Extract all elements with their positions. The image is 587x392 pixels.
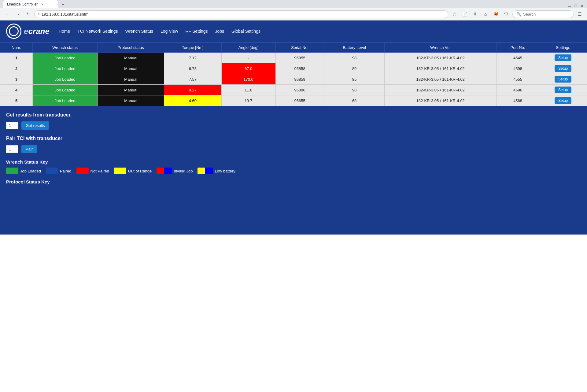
table-header-row: Num. Wrench status Protocol status Torqu… bbox=[0, 43, 587, 53]
cell-battery-1: 98 bbox=[324, 53, 385, 63]
nav-rf-settings[interactable]: RF Settings bbox=[185, 29, 208, 34]
key-label-invalid-job: Invalid Job bbox=[174, 169, 193, 173]
cell-serial-2: 96858 bbox=[275, 63, 324, 74]
shield-button[interactable]: 🛡 bbox=[502, 10, 511, 18]
refresh-button[interactable]: ↻ bbox=[24, 10, 32, 18]
nav-log-view[interactable]: Log View bbox=[161, 29, 178, 34]
table-section: Num. Wrench status Protocol status Torqu… bbox=[0, 43, 587, 106]
setup-button-4[interactable]: Setup bbox=[555, 87, 571, 93]
key-label-not-paired: Not Paired bbox=[90, 169, 109, 173]
setup-button-3[interactable]: Setup bbox=[555, 76, 571, 83]
cell-num-5: 5 bbox=[0, 95, 33, 106]
setup-button-5[interactable]: Setup bbox=[555, 97, 571, 104]
cell-port-1: 4545 bbox=[497, 53, 539, 63]
cell-num-1: 1 bbox=[0, 53, 33, 63]
cell-serial-1: 96855 bbox=[275, 53, 324, 63]
col-wrench-ver: Wrench Ver bbox=[385, 43, 497, 53]
protocol-status-key: Protocol Status Key bbox=[6, 179, 581, 184]
cell-battery-4: 98 bbox=[324, 85, 385, 95]
fx-button[interactable]: 🦊 bbox=[492, 10, 500, 18]
logo-inner-circle bbox=[9, 26, 19, 36]
nav-global-settings[interactable]: Global Settings bbox=[231, 29, 260, 34]
cell-wrenchver-5: 182-KR-3.05 / 161-KR-4.02 bbox=[385, 95, 497, 106]
bookmark-page-button[interactable]: 📄 bbox=[460, 10, 469, 18]
key-swatch-job-loaded bbox=[6, 168, 18, 174]
status-key-items: Job Loaded Paired Not Paired Out of Rang… bbox=[6, 168, 581, 174]
cell-protocol-status-4: Manual bbox=[98, 85, 164, 95]
cell-torque-2: 6.73 bbox=[164, 63, 221, 74]
tab-close-button[interactable]: ✕ bbox=[40, 2, 44, 6]
cell-angle-3: 170.0 bbox=[221, 74, 275, 85]
cell-settings-2: Setup bbox=[539, 63, 587, 74]
get-results-button[interactable]: Get results bbox=[21, 121, 49, 130]
tab-bar: Lineside Controller ✕ + — ❐ ✕ bbox=[0, 0, 587, 8]
cell-angle-2: 67.0 bbox=[221, 63, 275, 74]
download-button[interactable]: ⬇ bbox=[471, 10, 479, 18]
cell-num-4: 4 bbox=[0, 85, 33, 95]
window-controls: — ❐ ✕ bbox=[567, 4, 584, 8]
restore-button[interactable]: ❐ bbox=[574, 4, 578, 8]
key-swatch-out-of-range bbox=[114, 168, 126, 174]
col-port: Port No. bbox=[497, 43, 539, 53]
transducer-number-input[interactable] bbox=[6, 122, 18, 129]
logo-icon bbox=[6, 24, 21, 39]
menu-button[interactable]: ☰ bbox=[575, 10, 584, 18]
home-browser-button[interactable]: ⌂ bbox=[481, 10, 490, 18]
nav-links: Home TCI Network Settings Wrench Status … bbox=[59, 29, 260, 34]
cell-angle-5: 19.7 bbox=[221, 95, 275, 106]
cell-torque-4: 9.27 bbox=[164, 85, 221, 95]
url-input[interactable] bbox=[42, 12, 444, 17]
pair-button[interactable]: Pair bbox=[21, 145, 37, 153]
tab-title: Lineside Controller bbox=[7, 2, 38, 6]
pair-number-input[interactable] bbox=[6, 145, 18, 153]
close-button[interactable]: ✕ bbox=[580, 4, 584, 8]
setup-button-2[interactable]: Setup bbox=[555, 65, 571, 72]
key-label-job-loaded: Job Loaded bbox=[20, 169, 41, 173]
search-input[interactable] bbox=[523, 12, 570, 17]
col-protocol-status: Protocol status bbox=[98, 43, 164, 53]
cell-serial-3: 96859 bbox=[275, 74, 324, 85]
new-tab-button[interactable]: + bbox=[59, 1, 67, 8]
back-button[interactable]: ← bbox=[3, 10, 12, 18]
col-angle: Angle [deg] bbox=[221, 43, 275, 53]
cell-angle-4: 11.0 bbox=[221, 85, 275, 95]
cell-battery-5: 68 bbox=[324, 95, 385, 106]
cell-torque-3: 7.57 bbox=[164, 74, 221, 85]
minimize-button[interactable]: — bbox=[567, 4, 572, 8]
protocol-key-title: Protocol Status Key bbox=[6, 179, 581, 184]
cell-num-2: 2 bbox=[0, 63, 33, 74]
nav-jobs[interactable]: Jobs bbox=[215, 29, 224, 34]
key-invalid-job: Invalid Job bbox=[157, 168, 193, 174]
col-torque: Torque [Nm] bbox=[164, 43, 221, 53]
cell-wrench-status-1: Job Loaded bbox=[33, 53, 98, 63]
transducer-section: Get results from transducer. Get results bbox=[6, 112, 581, 130]
cell-settings-3: Setup bbox=[539, 74, 587, 85]
cell-port-3: 4555 bbox=[497, 74, 539, 85]
cell-protocol-status-5: Manual bbox=[98, 95, 164, 106]
wrench-table: Num. Wrench status Protocol status Torqu… bbox=[0, 43, 587, 106]
wrench-status-key: Wrench Status Key Job Loaded Paired Not … bbox=[6, 159, 581, 174]
setup-button-1[interactable]: Setup bbox=[555, 54, 571, 61]
cell-wrench-status-5: Job Loaded bbox=[33, 95, 98, 106]
address-bar[interactable]: ℹ bbox=[34, 10, 448, 18]
col-settings: Settings bbox=[539, 43, 587, 53]
table-row: 2 Job Loaded Manual 6.73 67.0 96858 89 1… bbox=[0, 63, 587, 74]
browser-tab[interactable]: Lineside Controller ✕ bbox=[3, 0, 58, 8]
nav-tci-network-settings[interactable]: TCI Network Settings bbox=[77, 29, 118, 34]
table-row: 3 Job Loaded Manual 7.57 170.0 96859 85 … bbox=[0, 74, 587, 85]
nav-home[interactable]: Home bbox=[59, 29, 70, 34]
pair-section: Pair TCI with transducer Pair bbox=[6, 136, 581, 153]
cell-wrench-status-4: Job Loaded bbox=[33, 85, 98, 95]
col-battery: Battery Level bbox=[324, 43, 385, 53]
table-row: 5 Job Loaded Manual 4.60 19.7 96655 68 1… bbox=[0, 95, 587, 106]
nav-wrench-status[interactable]: Wrench Status bbox=[125, 29, 153, 34]
search-bar[interactable]: 🔍 bbox=[512, 10, 574, 18]
bookmark-star-button[interactable]: ☆ bbox=[450, 10, 459, 18]
transducer-title: Get results from transducer. bbox=[6, 112, 581, 118]
key-label-paired: Paired bbox=[60, 169, 72, 173]
key-low-battery: Low battery bbox=[198, 168, 235, 174]
pair-title: Pair TCI with transducer bbox=[6, 136, 581, 141]
pair-controls: Pair bbox=[6, 145, 581, 153]
forward-button[interactable]: → bbox=[13, 10, 22, 18]
key-swatch-not-paired bbox=[76, 168, 89, 174]
